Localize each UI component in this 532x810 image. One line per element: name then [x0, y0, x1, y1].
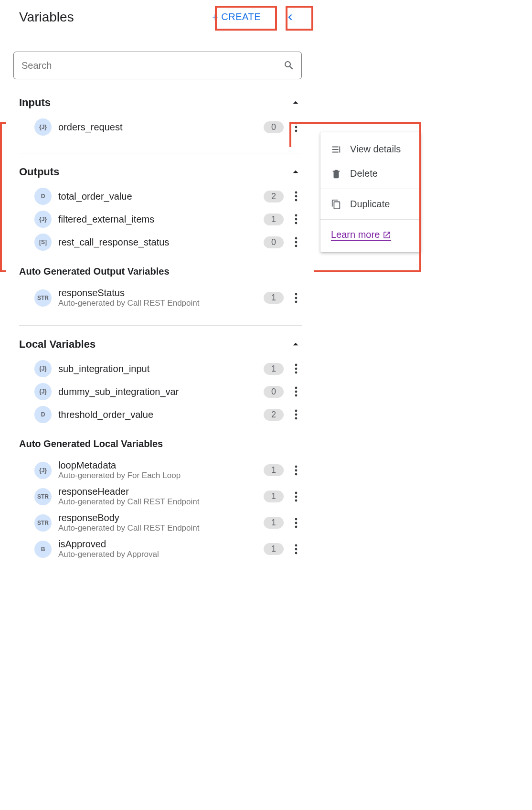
- more-actions-button[interactable]: [290, 235, 302, 249]
- type-badge-json-icon: {J}: [34, 462, 52, 479]
- svg-point-34: [295, 548, 298, 550]
- type-badge-boolean-icon: B: [34, 541, 52, 558]
- variable-row[interactable]: {J} dummy_sub_integration_var 0: [19, 380, 302, 403]
- usage-count-badge: 1: [264, 292, 284, 304]
- variable-name: rest_call_response_status: [58, 237, 257, 248]
- more-actions-button[interactable]: [290, 189, 302, 203]
- variable-row[interactable]: D total_order_value 2: [19, 185, 302, 208]
- menu-item-delete[interactable]: Delete: [320, 161, 421, 186]
- svg-point-0: [295, 122, 298, 125]
- menu-item-duplicate[interactable]: Duplicate: [320, 192, 421, 216]
- svg-point-23: [295, 417, 298, 420]
- menu-learn-more: Learn more: [320, 223, 421, 247]
- section-locals-header[interactable]: Local Variables: [19, 334, 302, 357]
- more-actions-button[interactable]: [290, 212, 302, 226]
- section-inputs-header[interactable]: Inputs: [19, 93, 302, 116]
- svg-point-18: [295, 387, 298, 389]
- svg-point-15: [295, 364, 298, 366]
- auto-outputs-list: STR responseStatus Auto-generated by Cal…: [19, 285, 302, 311]
- svg-point-3: [295, 192, 298, 194]
- svg-point-27: [295, 491, 298, 494]
- header-actions: + CREATE: [206, 8, 300, 26]
- more-actions-button[interactable]: [290, 407, 302, 422]
- svg-point-16: [295, 368, 298, 370]
- svg-point-2: [295, 130, 298, 132]
- section-locals: Local Variables {J} sub_integration_inpu…: [0, 326, 315, 562]
- kebab-icon: [295, 293, 298, 303]
- more-actions-button[interactable]: [290, 384, 302, 399]
- svg-point-28: [295, 495, 298, 498]
- svg-point-32: [295, 525, 298, 528]
- more-actions-button[interactable]: [290, 463, 302, 478]
- svg-point-7: [295, 218, 298, 221]
- svg-point-1: [295, 126, 298, 128]
- view-details-icon: [331, 144, 341, 155]
- auto-outputs-title: Auto Generated Output Variables: [19, 254, 302, 285]
- variables-panel-wrapper: Variables + CREATE: [0, 0, 532, 562]
- more-actions-button[interactable]: [290, 362, 302, 376]
- type-badge-string-icon: STR: [34, 289, 52, 307]
- variable-name: responseStatus: [58, 288, 257, 298]
- variable-row[interactable]: D threshold_order_value 2: [19, 403, 302, 426]
- usage-count-badge: 2: [264, 409, 284, 421]
- kebab-icon: [295, 465, 298, 476]
- more-actions-button[interactable]: [290, 291, 302, 305]
- svg-point-25: [295, 469, 298, 471]
- variable-row[interactable]: {J} loopMetadata Auto-generated by For E…: [19, 457, 302, 483]
- svg-point-21: [295, 410, 298, 412]
- section-outputs: Outputs D total_order_value 2 {J} filter…: [0, 153, 315, 326]
- usage-count-badge: 0: [264, 236, 284, 248]
- search-field[interactable]: [13, 52, 302, 79]
- more-actions-button[interactable]: [290, 542, 302, 556]
- svg-point-6: [295, 214, 298, 217]
- section-outputs-header[interactable]: Outputs: [19, 162, 302, 185]
- type-badge-double-icon: D: [34, 188, 52, 205]
- panel-header: Variables + CREATE: [0, 0, 315, 38]
- svg-point-22: [295, 414, 298, 416]
- svg-point-20: [295, 394, 298, 397]
- locals-list: {J} sub_integration_input 1 {J} dummy_su…: [19, 357, 302, 426]
- svg-point-4: [295, 195, 298, 198]
- kebab-icon: [295, 409, 298, 420]
- svg-point-5: [295, 199, 298, 202]
- more-actions-button[interactable]: [290, 516, 302, 530]
- section-inputs-title: Inputs: [19, 96, 51, 109]
- trash-icon: [331, 169, 341, 179]
- svg-point-9: [295, 237, 298, 240]
- svg-point-35: [295, 552, 298, 554]
- type-badge-json-icon: {J}: [34, 383, 52, 400]
- variable-row[interactable]: {J} sub_integration_input 1: [19, 357, 302, 380]
- search-container: [0, 38, 315, 84]
- chevron-up-icon: [289, 96, 302, 109]
- collapse-left-icon: [284, 12, 294, 22]
- variable-row[interactable]: {J} orders_request 0: [19, 116, 302, 139]
- duplicate-icon: [331, 199, 341, 210]
- variable-row[interactable]: B isApproved Auto-generated by Approval …: [19, 536, 302, 562]
- learn-more-link[interactable]: Learn more: [331, 229, 391, 241]
- inputs-list: {J} orders_request 0: [19, 116, 302, 139]
- variable-name: sub_integration_input: [58, 363, 257, 374]
- menu-item-label: View details: [350, 144, 401, 155]
- menu-item-view-details[interactable]: View details: [320, 137, 421, 161]
- variable-row[interactable]: STR responseBody Auto-generated by Call …: [19, 510, 302, 536]
- svg-point-31: [295, 522, 298, 524]
- svg-point-33: [295, 544, 298, 546]
- variable-row[interactable]: [S] rest_call_response_status 0: [19, 231, 302, 254]
- variable-row[interactable]: STR responseHeader Auto-generated by Cal…: [19, 483, 302, 510]
- more-actions-button[interactable]: [290, 490, 302, 504]
- variable-row[interactable]: {J} filtered_external_items 1: [19, 208, 302, 231]
- usage-count-badge: 1: [264, 490, 284, 502]
- variable-row[interactable]: STR responseStatus Auto-generated by Cal…: [19, 285, 302, 311]
- type-badge-string-icon: STR: [34, 488, 52, 505]
- type-badge-double-icon: D: [34, 406, 52, 423]
- create-button[interactable]: + CREATE: [206, 8, 266, 26]
- collapse-panel-button[interactable]: [278, 8, 300, 26]
- svg-point-29: [295, 499, 298, 501]
- variable-name: responseBody: [58, 512, 257, 523]
- type-badge-string-icon: STR: [34, 514, 52, 532]
- search-input[interactable]: [21, 60, 283, 72]
- more-actions-button[interactable]: [290, 120, 302, 134]
- usage-count-badge: 0: [264, 121, 284, 133]
- kebab-icon: [295, 363, 298, 374]
- kebab-icon: [295, 491, 298, 502]
